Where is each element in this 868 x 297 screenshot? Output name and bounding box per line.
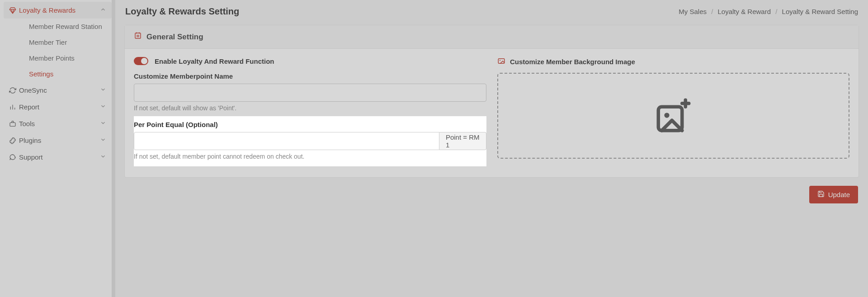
per-point-input[interactable] xyxy=(134,132,439,150)
sidebar-sub-loyalty: Member Reward Station Member Tier Member… xyxy=(4,19,112,82)
update-button[interactable]: Update xyxy=(809,186,858,203)
svg-rect-4 xyxy=(10,123,15,126)
enable-loyalty-toggle[interactable] xyxy=(134,57,148,65)
card-right-column: Customize Member Background Image xyxy=(497,57,849,166)
svg-point-11 xyxy=(500,60,500,61)
gem-icon xyxy=(9,7,19,14)
bar-chart-icon xyxy=(9,104,19,111)
sidebar-item-onesync[interactable]: OneSync xyxy=(4,82,112,99)
memberpoint-name-help: If not set, default will show as 'Point'… xyxy=(134,104,486,112)
sidebar-item-loyalty[interactable]: Loyalty & Rewards xyxy=(4,2,112,19)
sidebar-item-label: Report xyxy=(19,103,100,111)
sidebar-scrollbar[interactable] xyxy=(112,0,115,297)
card-body: Enable Loyalty And Reward Function Custo… xyxy=(125,49,859,177)
main: Loyalty & Rewards Setting My Sales / Loy… xyxy=(115,0,868,297)
sidebar-item-member-points[interactable]: Member Points xyxy=(24,50,112,66)
memberpoint-name-label: Customize Memberpoint Name xyxy=(134,72,486,80)
sidebar-item-label: Support xyxy=(19,153,100,161)
sidebar-item-support[interactable]: Support xyxy=(4,149,112,165)
per-point-field: Per Point Equal (Optional) Point = RM 1 … xyxy=(134,116,486,166)
chevron-down-icon xyxy=(100,103,106,111)
save-icon xyxy=(817,190,825,199)
memberpoint-name-input[interactable] xyxy=(134,84,486,102)
footer: Update xyxy=(124,178,859,203)
sidebar-item-label: Tools xyxy=(19,120,100,127)
card-title: General Setting xyxy=(146,33,203,42)
image-icon xyxy=(497,57,505,66)
sidebar-item-label: Plugins xyxy=(19,137,100,144)
breadcrumb-item[interactable]: My Sales xyxy=(679,8,707,15)
per-point-input-group: Point = RM 1 xyxy=(134,132,486,150)
bg-image-label-row: Customize Member Background Image xyxy=(497,57,849,66)
chevron-down-icon xyxy=(100,153,106,161)
breadcrumb: My Sales / Loyalty & Reward / Loyalty & … xyxy=(679,8,858,15)
sidebar-item-tools[interactable]: Tools xyxy=(4,115,112,132)
sync-icon xyxy=(9,87,19,94)
chevron-down-icon xyxy=(100,137,106,144)
enable-toggle-row: Enable Loyalty And Reward Function xyxy=(134,57,486,65)
breadcrumb-item[interactable]: Loyalty & Reward xyxy=(718,8,771,15)
svg-point-13 xyxy=(664,113,669,118)
sidebar-item-report[interactable]: Report xyxy=(4,99,112,115)
card-header: General Setting xyxy=(125,25,859,49)
per-point-label: Per Point Equal (Optional) xyxy=(134,121,486,128)
chevron-down-icon xyxy=(100,86,106,94)
calendar-list-icon xyxy=(134,32,142,42)
page-title: Loyalty & Rewards Setting xyxy=(125,6,239,17)
sidebar-item-label: OneSync xyxy=(19,86,100,94)
toolbox-icon xyxy=(9,120,19,127)
sidebar-item-member-tier[interactable]: Member Tier xyxy=(24,34,112,50)
bg-image-upload[interactable] xyxy=(497,73,849,159)
per-point-addon: Point = RM 1 xyxy=(439,132,486,150)
chat-icon xyxy=(9,154,19,161)
memberpoint-name-field: Customize Memberpoint Name If not set, d… xyxy=(134,72,486,112)
plugin-icon xyxy=(9,137,19,144)
sidebar-item-settings[interactable]: Settings xyxy=(24,66,112,82)
chevron-down-icon xyxy=(100,120,106,127)
bg-image-label: Customize Member Background Image xyxy=(510,58,635,66)
update-button-label: Update xyxy=(828,191,850,198)
chevron-up-icon xyxy=(100,6,106,14)
sidebar: Loyalty & Rewards Member Reward Station … xyxy=(0,0,115,297)
enable-loyalty-label: Enable Loyalty And Reward Function xyxy=(155,57,274,65)
sidebar-item-reward-station[interactable]: Member Reward Station xyxy=(24,19,112,34)
breadcrumb-sep: / xyxy=(775,8,777,15)
add-image-icon xyxy=(653,95,694,137)
sidebar-item-label: Loyalty & Rewards xyxy=(19,6,100,14)
topbar: Loyalty & Rewards Setting My Sales / Loy… xyxy=(124,0,859,25)
breadcrumb-sep: / xyxy=(711,8,713,15)
sidebar-item-plugins[interactable]: Plugins xyxy=(4,132,112,149)
card-left-column: Enable Loyalty And Reward Function Custo… xyxy=(134,57,486,166)
breadcrumb-item: Loyalty & Reward Setting xyxy=(782,8,858,15)
per-point-help: If not set, default member point cannot … xyxy=(134,153,486,160)
settings-card: General Setting Enable Loyalty And Rewar… xyxy=(124,25,859,178)
